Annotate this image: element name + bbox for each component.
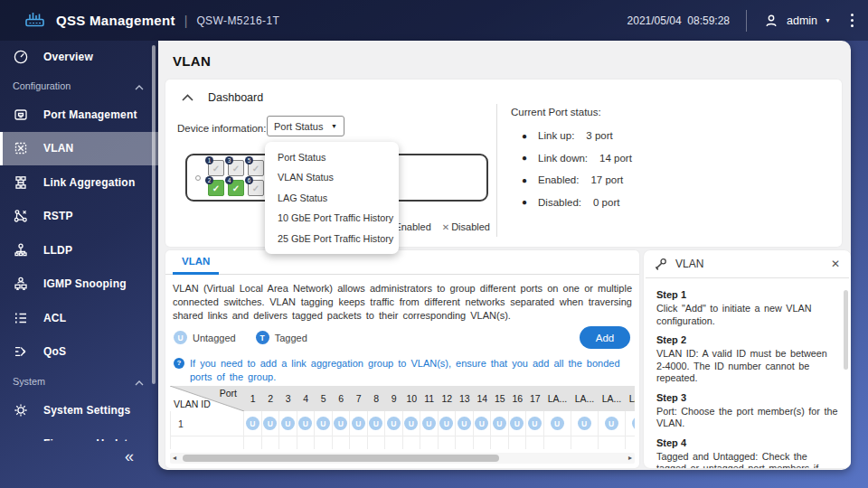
column-header-14: 14 xyxy=(474,386,492,411)
port-legend: ✓ Enabled ✕ Disabled xyxy=(385,221,490,232)
column-header-17: 17 xyxy=(526,386,544,411)
add-button[interactable]: Add xyxy=(580,326,630,349)
sidebar-item-port-management[interactable]: Port Management xyxy=(0,98,158,132)
dropdown-option-25-gbe-port-traffic-history[interactable]: 25 GbE Port Traffic History xyxy=(265,229,399,249)
legend-enabled-label: Enabled xyxy=(394,221,430,232)
column-header-3: 3 xyxy=(279,386,297,411)
untagged-badge: U xyxy=(298,417,312,430)
port-6-down[interactable]: ✓6 xyxy=(248,180,264,196)
help-panel-header: VLAN ✕ xyxy=(644,250,851,277)
untagged-badge: U xyxy=(369,417,382,430)
close-icon[interactable]: ✕ xyxy=(831,258,840,270)
section-chevron-up-icon[interactable] xyxy=(135,373,144,389)
horizontal-scrollbar[interactable]: ◂ ▸ xyxy=(170,453,635,464)
sidebar-collapse-icon[interactable]: « xyxy=(125,447,134,466)
current-port-status: Current Port status: ●Link up:3 port●Lin… xyxy=(511,107,632,213)
legend-disabled-label: Disabled xyxy=(451,221,490,232)
datetime: 2021/05/04 08:59:28 xyxy=(627,14,730,27)
tab-row: VLAN xyxy=(165,250,639,275)
sidebar-item-label: IGMP Snooping xyxy=(43,277,127,290)
section-label: System xyxy=(13,376,45,387)
sidebar-item-label: Port Management xyxy=(43,108,137,121)
bullet-icon: ● xyxy=(522,197,527,207)
membership-cell: U xyxy=(297,411,316,436)
qos-icon xyxy=(13,343,29,360)
topbar: QSS Management | QSW-M5216-1T 2021/05/04… xyxy=(0,0,868,41)
column-header-6: 6 xyxy=(333,386,351,411)
untagged-badge: U xyxy=(352,417,365,430)
untagged-badge: U xyxy=(387,417,401,430)
column-header-15: 15 xyxy=(491,386,509,411)
lldp-icon xyxy=(13,242,29,258)
device-model: QSW-M5216-1T xyxy=(196,14,279,27)
untagged-badge: U xyxy=(605,417,618,430)
port-2-up[interactable]: ✓2 xyxy=(208,180,224,196)
console-port-dot xyxy=(195,175,201,181)
sidebar-item-link-aggregation[interactable]: Link Aggregation xyxy=(0,165,158,200)
vlan-description: VLAN (Virtual Local Area Network) allows… xyxy=(173,282,632,323)
sidebar-item-igmp-snooping[interactable]: IGMP Snooping xyxy=(0,267,158,302)
membership-cell: U xyxy=(439,411,457,436)
step-text: Tagged and Untagged: Check the tagged or… xyxy=(656,451,838,469)
help-scrollbar[interactable] xyxy=(844,290,848,370)
sidebar-item-overview[interactable]: Overview xyxy=(0,41,158,73)
dropdown-option-10-gbe-port-traffic-history[interactable]: 10 GbE Port Traffic History xyxy=(265,208,399,228)
membership-cell: U xyxy=(626,411,636,436)
vlan-table: PortVLAN ID1234567891011121314151617LA..… xyxy=(170,386,635,449)
dashboard-collapse[interactable]: Dashboard xyxy=(182,91,263,104)
untagged-badge: U xyxy=(475,417,488,430)
untagged-badge: U xyxy=(510,417,524,430)
sidebar-item-label: Link Aggregation xyxy=(43,176,135,189)
scroll-left-icon[interactable]: ◂ xyxy=(173,453,176,464)
sidebar-item-acl[interactable]: ACL xyxy=(0,301,158,335)
bullet-icon: ● xyxy=(522,153,527,163)
dropdown-option-vlan-status[interactable]: VLAN Status xyxy=(265,167,399,187)
port-status-item: ●Enabled:17 port xyxy=(511,169,632,192)
tab-vlan[interactable]: VLAN xyxy=(173,250,219,275)
untagged-badge: U xyxy=(578,417,591,430)
port-3-down[interactable]: ✓3 xyxy=(228,160,244,176)
table-header-row: PortVLAN ID1234567891011121314151617LA..… xyxy=(170,386,635,411)
app-title: QSS Management xyxy=(56,13,175,28)
bullet-icon: ● xyxy=(522,175,527,185)
sidebar-scrollbar[interactable] xyxy=(152,45,156,384)
step-text: VLAN ID: A valid ID must be between 2-40… xyxy=(656,348,838,385)
sidebar-item-vlan[interactable]: VLAN xyxy=(0,132,158,166)
step-text: Click "Add" to initiate a new VLAN confi… xyxy=(656,303,838,327)
column-header-12: 12 xyxy=(439,386,457,411)
sidebar-item-lldp[interactable]: LLDP xyxy=(0,233,158,267)
chevron-up-icon xyxy=(182,94,193,101)
sidebar-item-system-settings[interactable]: System Settings xyxy=(0,393,158,427)
rstp-icon xyxy=(13,208,29,224)
membership-cell: U xyxy=(244,411,262,436)
dropdown-option-lag-status[interactable]: LAG Status xyxy=(265,188,399,208)
port-status-item: ●Link up:3 port xyxy=(511,125,632,147)
scrollbar-thumb[interactable] xyxy=(183,455,499,462)
column-header-10: 10 xyxy=(403,386,421,411)
dropdown-option-port-status[interactable]: Port Status xyxy=(265,147,399,167)
scroll-right-icon[interactable]: ▸ xyxy=(628,453,632,464)
badge-legend-row: U Untagged T Tagged Add xyxy=(174,326,630,349)
membership-cell: U xyxy=(279,411,297,436)
user-caret-down-icon[interactable]: ▼ xyxy=(825,17,831,23)
sidebar-item-rstp[interactable]: RSTP xyxy=(0,200,158,234)
select-caret-down-icon: ▼ xyxy=(331,123,337,129)
port-icon xyxy=(13,107,29,123)
device-information-select[interactable]: Port Status ▼ xyxy=(267,116,344,136)
untagged-badge: U xyxy=(439,417,453,430)
sidebar-item-qos[interactable]: QoS xyxy=(0,335,158,370)
port-1-down[interactable]: ✓1 xyxy=(208,160,224,176)
gear-icon xyxy=(13,402,29,418)
sidebar-item-label: VLAN xyxy=(43,142,73,155)
column-header-5: 5 xyxy=(315,386,333,411)
more-options-icon[interactable] xyxy=(851,14,854,27)
sidebar-item-firmware-update[interactable]: Firmware Update xyxy=(0,427,158,442)
section-chevron-up-icon[interactable] xyxy=(135,78,144,94)
port-5-down[interactable]: ✓5 xyxy=(248,160,264,176)
untagged-badge: U xyxy=(632,417,636,430)
table-row-vlan-1[interactable]: 1UUUUUUUUUUUUUUUUUUUUU xyxy=(170,411,635,436)
table-corner-cell: PortVLAN ID xyxy=(170,386,244,411)
username[interactable]: admin xyxy=(787,14,817,27)
port-4-up[interactable]: ✓4 xyxy=(228,180,244,196)
untagged-badge: U xyxy=(246,417,259,430)
